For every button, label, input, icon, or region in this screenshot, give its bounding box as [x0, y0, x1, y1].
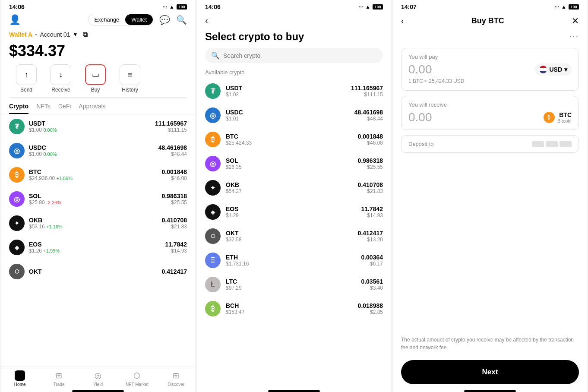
list-item[interactable]: ₿ BTC $25,424.33 0.001848 $46.08	[202, 127, 386, 152]
signal-icon: ···	[163, 4, 167, 10]
more-options[interactable]: ···	[392, 29, 588, 45]
pay-amount[interactable]: 0.00	[408, 63, 432, 76]
list-item[interactable]: ₿ BCH $153.47 0.018988 $2.85	[202, 297, 386, 321]
list-item[interactable]: ✦ OKB $53.16 +1.16% 0.410708 $21.83	[6, 211, 190, 235]
receive-label: You will receive	[408, 101, 572, 108]
coin-amount: 0.410708	[162, 217, 187, 224]
buy-label: Buy	[91, 87, 100, 93]
list-item[interactable]: ₿ BTC $24,936.00 +1.86% 0.001848 $46.08	[6, 163, 190, 187]
search-icon[interactable]: 🔍	[176, 15, 187, 25]
list-item[interactable]: Ł LTC $97.29 0.03561 $3.40	[202, 272, 386, 297]
okb-amounts: 0.410708 $21.83	[162, 217, 187, 230]
copy-icon[interactable]: ⧉	[83, 31, 88, 38]
list-item[interactable]: ⬡ OKT 0.412417	[6, 259, 190, 284]
buy-btc-title: Buy BTC	[471, 16, 504, 25]
coin-usd: $14.93	[361, 212, 383, 218]
nav-discover[interactable]: ⊞ Discover	[157, 370, 196, 387]
coin-usd: $111.15	[155, 127, 187, 133]
coin-symbol: USDC	[29, 144, 154, 151]
tab-crypto[interactable]: Crypto	[9, 103, 28, 114]
coin-symbol: BTC	[226, 133, 353, 140]
receive-amount[interactable]: 0.00	[408, 111, 432, 124]
list-item[interactable]: Ξ ETH $1,731.16 0.00364 $6.17	[202, 248, 386, 272]
eos-info: EOS $1.26 +1.99%	[29, 241, 161, 254]
list-item[interactable]: ✦ OKB $54.27 0.410708 $21.83	[202, 176, 386, 200]
pay-label: You will pay	[408, 54, 572, 60]
signal-icon-3: ···	[555, 4, 559, 10]
coin-amount: 11.7842	[165, 241, 187, 248]
btc-info-2: BTC $25,424.33	[226, 133, 353, 146]
address-block-1	[532, 141, 544, 147]
coin-symbol: OKT	[29, 268, 158, 275]
list-item[interactable]: ◈ EOS $1.26 +1.99% 11.7842 $14.93	[6, 235, 190, 259]
battery-icon-3: 100	[569, 4, 579, 9]
discover-icon: ⊞	[171, 370, 181, 381]
next-button[interactable]: Next	[401, 360, 579, 384]
buy-button[interactable]: ▭ Buy	[78, 64, 113, 93]
receive-button[interactable]: ↓ Receive	[44, 64, 78, 93]
coin-usd: $21.83	[162, 224, 187, 230]
back-button-3[interactable]: ‹	[401, 16, 404, 26]
tab-approvals[interactable]: Approvals	[79, 103, 105, 114]
address-block-2	[546, 141, 558, 147]
coin-amount: 11.7842	[361, 205, 383, 212]
status-bar-1: 14:06 ··· ▲ 100	[0, 0, 196, 12]
coin-usd: $21.83	[358, 188, 383, 194]
profile-icon[interactable]: 👤	[9, 14, 21, 25]
btc-info: BTC $24,936.00 +1.86%	[29, 168, 158, 181]
search-icon-2: 🔍	[211, 51, 220, 60]
coin-symbol: OKB	[226, 181, 353, 188]
send-button[interactable]: ↑ Send	[9, 64, 44, 93]
sol-icon: ◎	[9, 191, 25, 207]
nav-home[interactable]: ⊟ Home	[0, 370, 39, 387]
wallet-tab[interactable]: Wallet	[125, 14, 153, 25]
list-item[interactable]: ◎ SOL $26.35 0.986318 $25.55	[202, 152, 386, 176]
trade-icon: ⊞	[54, 370, 64, 381]
nft-icon: ⬡	[132, 370, 142, 381]
battery-icon-2: 100	[373, 4, 383, 9]
coin-price: $53.16 +1.16%	[29, 224, 158, 230]
coin-usd: $25.55	[162, 199, 187, 205]
nav-yield[interactable]: ◎ Yield	[79, 370, 117, 387]
tab-nfts[interactable]: NFTs	[36, 103, 51, 114]
coin-usd: $6.17	[361, 261, 383, 267]
list-item[interactable]: ₮ USDT $1.00 0.00% 111.165967 $111.15	[6, 114, 190, 139]
okt-icon: ⬡	[9, 264, 25, 279]
list-item[interactable]: ◎ SOL $25.90 -2.26% 0.986318 $25.55	[6, 187, 190, 211]
history-button[interactable]: ≡ History	[113, 64, 147, 93]
coin-price: $1,731.16	[226, 261, 356, 267]
receive-name: Bitcoin	[557, 118, 572, 123]
nav-nft-market[interactable]: ⬡ NFT Market	[117, 370, 156, 387]
okb-icon: ✦	[9, 215, 25, 231]
currency-selector[interactable]: USD ▾	[535, 63, 572, 76]
coin-price: $1.26 +1.99%	[29, 248, 161, 254]
bch-icon-2: ₿	[205, 301, 221, 316]
coin-usd: $111.15	[351, 92, 383, 98]
search-input[interactable]	[223, 52, 377, 59]
coin-symbol: EOS	[226, 205, 356, 212]
buy-btc-topbar: ‹ Buy BTC ✕	[392, 12, 588, 29]
list-item[interactable]: ◈ EOS $1.29 11.7842 $14.93	[202, 200, 386, 224]
search-bar[interactable]: 🔍	[205, 48, 383, 63]
coin-usd: $14.93	[165, 248, 187, 254]
deposit-label: Deposit to	[408, 141, 434, 147]
list-item[interactable]: ◎ USDC $1.00 0.00% 48.461698 $48.44	[6, 139, 190, 163]
message-icon[interactable]: 💬	[159, 15, 170, 25]
exchange-tab[interactable]: Exchange	[89, 14, 126, 25]
usdc-amounts: 48.461698 $48.44	[158, 144, 187, 157]
list-item[interactable]: ₮ USDT $1.02 111.165967 $111.15	[202, 79, 386, 103]
home-indicator	[72, 390, 124, 392]
tab-defi[interactable]: DeFi	[58, 103, 71, 114]
usdc-icon: ◎	[9, 143, 25, 158]
close-button-3[interactable]: ✕	[572, 16, 579, 26]
header-right: Exchange Wallet 💬 🔍	[88, 14, 187, 25]
list-item[interactable]: ◎ USDC $1.01 48.461698 $48.44	[202, 103, 386, 127]
coin-price: $97.29	[226, 285, 356, 291]
history-label: History	[122, 87, 138, 93]
nav-discover-label: Discover	[168, 382, 184, 387]
okb-info-2: OKB $54.27	[226, 181, 353, 194]
list-item[interactable]: ⬡ OKT $32.58 0.412417 $13.20	[202, 224, 386, 248]
back-button-2[interactable]: ‹	[196, 12, 392, 29]
nav-trade[interactable]: ⊞ Trade	[39, 370, 78, 387]
account-dropdown-icon[interactable]: ▼	[73, 32, 78, 38]
